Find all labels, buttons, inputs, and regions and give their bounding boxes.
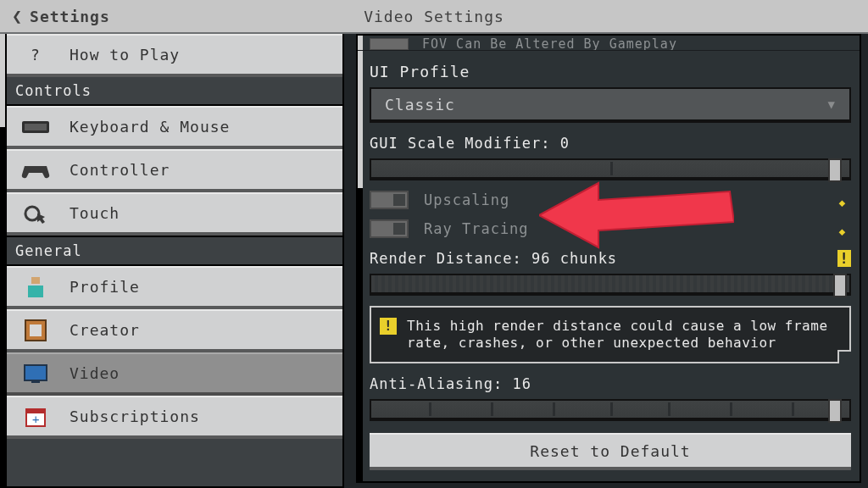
video-icon: [20, 361, 51, 386]
keyboard-icon: [20, 114, 51, 140]
anti-aliasing-slider[interactable]: [370, 399, 851, 421]
render-distance-label: Render Distance: 96 chunks: [370, 250, 617, 267]
sidebar-item-label: Subscriptions: [70, 408, 342, 425]
warning-icon: !: [380, 318, 397, 335]
question-icon: ?: [20, 42, 51, 68]
upscaling-row: Upscaling ⬥: [370, 191, 851, 209]
title-bar: ❮ Settings Video Settings: [0, 0, 868, 34]
warning-icon: ⬥: [837, 221, 851, 236]
creator-icon: [20, 318, 51, 343]
sidebar-item-subscriptions[interactable]: + Subscriptions: [7, 396, 342, 439]
fov-toggle-label: FOV Can Be Altered By Gameplay: [422, 36, 677, 51]
render-distance-slider[interactable]: [370, 274, 851, 296]
corner-decor: [837, 350, 851, 363]
raytracing-row: Ray Tracing ⬥: [370, 219, 851, 238]
sidebar-item-controller[interactable]: Controller: [7, 149, 342, 192]
sidebar-item-label: Touch: [70, 204, 342, 222]
anti-aliasing-label: Anti-Aliasing: 16: [370, 375, 851, 392]
subscriptions-icon: +: [20, 404, 51, 430]
touch-icon: [20, 201, 51, 226]
svg-point-2: [25, 207, 39, 220]
svg-rect-7: [25, 365, 47, 380]
raytracing-label: Ray Tracing: [424, 220, 529, 237]
sidebar-item-label: Profile: [70, 278, 342, 296]
svg-rect-1: [25, 124, 47, 130]
svg-rect-3: [31, 277, 40, 284]
sidebar: ? How to Play Controls Keyboard & Mouse …: [5, 34, 344, 488]
sidebar-section-controls: Controls: [7, 77, 342, 106]
fov-toggle[interactable]: [370, 38, 409, 50]
svg-rect-6: [30, 324, 42, 336]
back-button[interactable]: ❮ Settings: [0, 6, 110, 26]
gui-scale-slider[interactable]: [370, 158, 851, 180]
upscaling-label: Upscaling: [424, 191, 509, 208]
settings-panel: FOV Can Be Altered By Gameplay UI Profil…: [356, 34, 861, 483]
ui-profile-value: Classic: [385, 96, 455, 114]
profile-icon: [20, 274, 51, 300]
render-distance-label-row: Render Distance: 96 chunks !: [370, 250, 851, 267]
sidebar-item-label: How to Play: [70, 46, 342, 64]
gui-scale-label: GUI Scale Modifier: 0: [370, 135, 851, 152]
chevron-left-icon: ❮: [12, 6, 23, 26]
sidebar-item-label: Creator: [70, 321, 342, 339]
sidebar-section-general: General: [7, 236, 342, 266]
page-title: Video Settings: [364, 8, 504, 25]
warning-icon: ⬥: [837, 192, 851, 208]
sidebar-item-label: Video: [70, 364, 342, 382]
controller-icon: [20, 158, 51, 183]
svg-text:+: +: [32, 413, 40, 426]
ui-profile-select[interactable]: Classic ▼: [370, 87, 851, 123]
ui-profile-label: UI Profile: [370, 63, 851, 80]
panel-scrollbar[interactable]: [358, 36, 363, 481]
warning-icon: !: [837, 250, 851, 267]
reset-label: Reset to Default: [530, 442, 690, 460]
sidebar-item-creator[interactable]: Creator: [7, 309, 342, 352]
raytracing-toggle[interactable]: [370, 219, 409, 238]
sidebar-item-label: Keyboard & Mouse: [70, 118, 342, 136]
chevron-down-icon: ▼: [828, 97, 836, 111]
warning-text: This high render distance could cause a …: [407, 318, 828, 351]
sidebar-item-profile[interactable]: Profile: [7, 266, 342, 309]
cutoff-row: FOV Can Be Altered By Gameplay: [358, 36, 860, 51]
warning-banner: ! This high render distance could cause …: [370, 306, 851, 363]
sidebar-item-keyboard-mouse[interactable]: Keyboard & Mouse: [7, 106, 342, 149]
sidebar-item-video[interactable]: Video: [7, 352, 342, 396]
sidebar-item-touch[interactable]: Touch: [7, 192, 342, 236]
svg-rect-4: [28, 286, 43, 297]
svg-rect-8: [31, 380, 40, 383]
back-label: Settings: [30, 8, 110, 25]
reset-to-default-button[interactable]: Reset to Default: [370, 433, 851, 470]
sidebar-item-label: Controller: [70, 161, 342, 179]
upscaling-toggle[interactable]: [370, 191, 409, 209]
sidebar-item-how-to-play[interactable]: ? How to Play: [7, 34, 342, 77]
